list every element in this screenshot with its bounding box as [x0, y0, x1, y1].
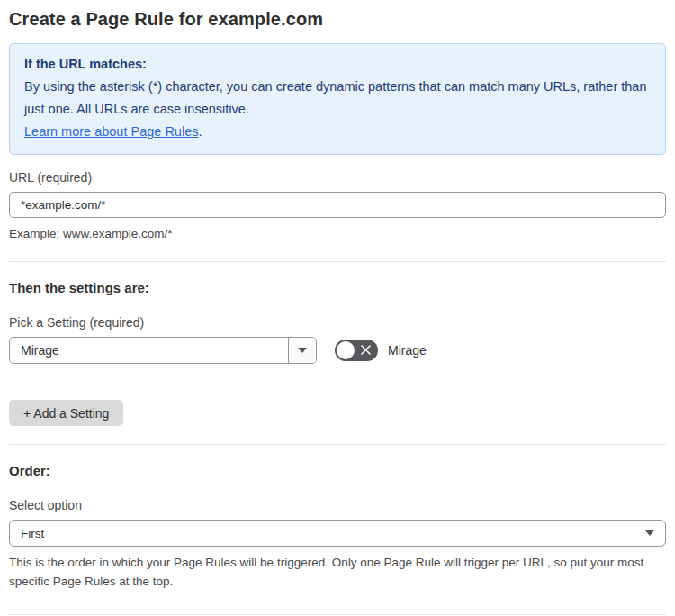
link-suffix: . [198, 124, 202, 139]
url-example-helper: Example: www.example.com/* [9, 224, 666, 243]
pick-setting-label: Pick a Setting (required) [9, 315, 666, 330]
url-field-label: URL (required) [9, 170, 666, 185]
url-input[interactable] [9, 192, 666, 218]
mirage-toggle[interactable] [335, 340, 378, 361]
order-select-value: First [21, 527, 645, 540]
info-box-link-line: Learn more about Page Rules. [24, 121, 651, 143]
toggle-label: Mirage [388, 343, 427, 358]
order-select[interactable]: First [9, 520, 666, 547]
order-helper-text: This is the order in which your Page Rul… [9, 553, 666, 591]
order-select-label: Select option [9, 498, 666, 512]
setting-dropdown[interactable]: Mirage [9, 337, 317, 364]
info-box-body: By using the asterisk (*) character, you… [24, 76, 651, 121]
section-divider [9, 261, 666, 262]
url-matches-info-box: If the URL matches: By using the asteris… [9, 43, 666, 155]
footer-divider [9, 614, 666, 615]
section-divider [9, 444, 666, 445]
chevron-down-icon [298, 348, 307, 353]
x-icon [360, 344, 372, 356]
add-setting-button[interactable]: + Add a Setting [9, 400, 123, 426]
setting-row: Mirage Mirage [9, 337, 666, 364]
page-title: Create a Page Rule for example.com [9, 9, 666, 30]
order-section-heading: Order: [9, 463, 666, 478]
chevron-down-icon [645, 530, 654, 536]
setting-dropdown-value: Mirage [10, 338, 288, 363]
toggle-knob [337, 341, 355, 359]
setting-dropdown-arrow-button[interactable] [288, 338, 316, 363]
learn-more-link[interactable]: Learn more about Page Rules [24, 124, 198, 139]
settings-section-heading: Then the settings are: [9, 280, 666, 295]
info-box-heading: If the URL matches: [24, 53, 651, 76]
